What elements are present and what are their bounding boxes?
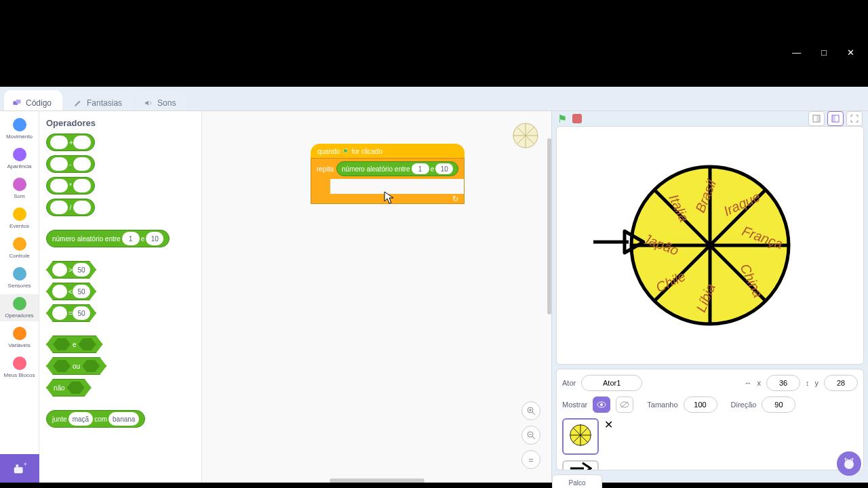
op-or[interactable]: ou (46, 357, 195, 375)
show-button[interactable] (593, 396, 610, 413)
brush-icon (73, 98, 83, 108)
stop-button[interactable] (572, 114, 582, 123)
cat-som[interactable]: Som (0, 175, 39, 202)
hat-when-flag[interactable]: quando ⚑ for clicado (311, 144, 465, 159)
op-gt[interactable]: >50 (46, 261, 195, 279)
cat-meusblocos[interactable]: Meus Blocos (0, 354, 39, 381)
svg-rect-20 (832, 115, 835, 122)
workspace-scrollbar-v[interactable] (547, 138, 551, 314)
block-repeat[interactable]: repita número aleatório entre 1 e 10 ↻ (311, 158, 465, 204)
svg-line-11 (532, 412, 535, 415)
cat-variaveis[interactable]: Variáveis (0, 324, 39, 351)
op-add[interactable]: + (46, 134, 195, 151)
cat-aparencia[interactable]: Aparência (0, 145, 39, 172)
workspace-scrollbar-h[interactable] (330, 479, 425, 483)
svg-rect-18 (816, 115, 820, 122)
window-minimize[interactable]: — (792, 47, 801, 58)
pointer-sprite (591, 228, 645, 256)
delete-sprite-button[interactable]: ✕ (604, 418, 613, 455)
code-icon (12, 98, 22, 108)
svg-text:+: + (24, 461, 27, 468)
hide-button[interactable] (616, 396, 633, 413)
op-mul[interactable]: * (46, 177, 195, 195)
add-sprite-button[interactable] (837, 451, 861, 476)
svg-point-36 (600, 403, 603, 406)
sprite-watermark (512, 122, 539, 149)
svg-rect-1 (16, 100, 21, 104)
fullscreen-button[interactable] (846, 111, 863, 126)
zoom-out-button[interactable] (521, 426, 540, 445)
sprite-size-input[interactable] (684, 396, 717, 413)
tab-costumes-label: Fantasias (87, 98, 122, 108)
wheel-sprite: Brasil Iraque França China Líbia Chile J… (629, 164, 791, 327)
window-maximize[interactable]: □ (821, 47, 827, 58)
stage-small-button[interactable] (808, 111, 825, 126)
palette-title: Operadores (46, 118, 195, 128)
script-workspace[interactable]: quando ⚑ for clicado repita número aleat… (202, 111, 552, 483)
block-random-inline[interactable]: número aleatório entre 1 e 10 (336, 161, 458, 176)
cat-eventos[interactable]: Eventos (0, 205, 39, 232)
stage-title: Palco (568, 479, 585, 487)
tab-sounds[interactable]: Sons (136, 90, 186, 110)
green-flag-button[interactable]: ⚑ (557, 113, 567, 125)
sprite-y-input[interactable] (824, 375, 858, 391)
cat-icon (842, 457, 856, 470)
op-not[interactable]: não (46, 379, 195, 396)
stage-canvas[interactable]: Brasil Iraque França China Líbia Chile J… (556, 126, 864, 365)
tab-sounds-label: Sons (157, 98, 176, 108)
svg-rect-3 (16, 465, 19, 468)
tab-costumes[interactable]: Fantasias (65, 90, 133, 110)
green-flag-icon: ⚑ (342, 148, 349, 155)
stage-header: ⚑ (552, 111, 868, 126)
svg-line-15 (532, 436, 535, 439)
svg-point-45 (844, 460, 854, 469)
script-stack[interactable]: quando ⚑ for clicado repita número aleat… (311, 144, 465, 204)
sprite-name-input[interactable] (581, 375, 642, 391)
op-sub[interactable]: - (46, 155, 195, 173)
zoom-reset-button[interactable]: = (521, 450, 540, 469)
sprite-label: Ator (562, 379, 576, 387)
cat-movimento[interactable]: Movimento (0, 115, 39, 142)
svg-rect-2 (14, 467, 23, 473)
op-and[interactable]: e (46, 336, 195, 353)
op-div[interactable]: / (46, 199, 195, 216)
cat-sensores[interactable]: Sensores (0, 264, 39, 291)
loop-arrow-icon: ↻ (452, 195, 458, 203)
cat-operadores[interactable]: Operadores (0, 294, 39, 321)
sprite-x-input[interactable] (766, 375, 800, 391)
window-close[interactable]: ✕ (847, 47, 854, 58)
op-lt[interactable]: <50 (46, 283, 195, 300)
stage-large-button[interactable] (827, 111, 844, 126)
block-palette: Operadores + - * / número aleatório entr… (39, 111, 202, 483)
show-label: Mostrar (562, 401, 587, 409)
editor-tabs: Código Fantasias Sons (0, 87, 868, 111)
tab-code[interactable]: Código (4, 90, 62, 110)
cat-controle[interactable]: Controle (0, 235, 39, 262)
sprite-info-panel: Ator ↔ x ↕ y Mostrar Tamanho (556, 369, 864, 470)
op-eq[interactable]: =50 (46, 304, 195, 322)
category-palette: Movimento Aparência Som Eventos Controle… (0, 111, 39, 483)
add-extension-button[interactable]: + (0, 454, 39, 483)
sprite-direction-input[interactable] (762, 396, 795, 413)
sprite-thumb-wheel[interactable] (562, 418, 599, 455)
zoom-in-button[interactable] (521, 401, 540, 420)
stage-panel: Palco Cenários (552, 474, 602, 488)
extension-icon: + (12, 461, 27, 476)
op-random[interactable]: número aleatório entre1e10 (46, 230, 195, 247)
op-join[interactable]: juntemaçãcombanana (46, 410, 195, 428)
tab-code-label: Código (26, 98, 52, 108)
sprite-thumb-arrow[interactable] (562, 460, 599, 470)
sound-icon (144, 98, 153, 108)
